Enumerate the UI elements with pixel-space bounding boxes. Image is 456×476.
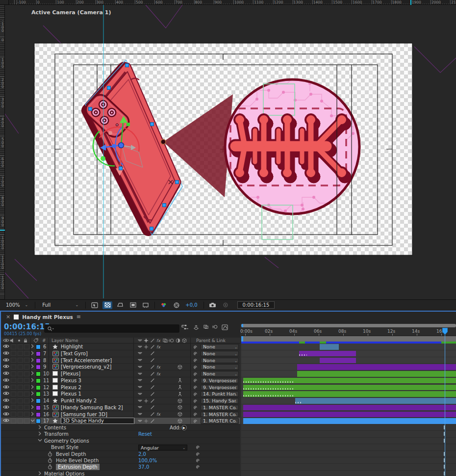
layer-duration-bar[interactable] [243,418,456,424]
label-color-swatch[interactable] [36,385,41,390]
property-row[interactable]: Bevel StyleAngular⌄ [1,444,240,450]
3d-layer-switch[interactable] [177,405,182,411]
pickwhip-icon[interactable] [193,412,198,418]
quality-switch[interactable] [150,378,155,384]
property-row[interactable]: Bevel Depth2,0 [1,451,240,457]
layer-row[interactable]: 173D Shape Handy1. MASTER Co⌄ [1,418,240,424]
fx-switch[interactable]: fx [156,365,162,370]
transparency-grid-button[interactable] [102,301,112,309]
quality-switch[interactable] [150,385,155,391]
quality-switch[interactable] [150,398,155,404]
pickwhip-icon[interactable] [195,458,201,464]
magnification-dropdown[interactable]: 100%⌄ [3,301,31,309]
shy-switch[interactable] [137,412,143,417]
layer-name[interactable]: Highlight [61,344,83,350]
pickwhip-icon[interactable] [193,371,198,378]
property-label[interactable]: Hole Bevel Depth [56,458,99,463]
layer-row[interactable]: 13Plexus 114. Punkt Han⌄ [1,391,240,397]
motion-blur-button[interactable] [212,324,218,330]
layer-name[interactable]: [Plexus] [61,371,80,377]
quality-switch[interactable] [150,371,155,377]
layer-row[interactable]: 15[Handy Samsung Back 2]1. MASTER Co⌄ [1,404,240,411]
expand-chevron-icon[interactable] [30,344,34,349]
pickwhip-icon[interactable] [193,351,198,357]
layer-duration-bar[interactable] [243,391,456,397]
quality-switch[interactable] [150,419,155,424]
mask-visibility-button[interactable] [115,301,125,309]
quality-switch[interactable] [150,405,155,411]
graph-editor-button[interactable] [222,324,228,330]
fx-switch[interactable]: fx [156,412,162,418]
parent-dropdown[interactable]: 9. Vergroesser⌄ [201,378,239,384]
layer-duration-bar[interactable] [320,344,339,350]
shy-switch[interactable] [137,351,143,356]
work-area-bar[interactable] [241,336,456,342]
parent-dropdown[interactable]: None⌄ [201,371,239,377]
channels-button[interactable] [159,301,169,309]
tab-title[interactable]: Handy mit Plexus [22,314,73,320]
property-chevron-icon[interactable] [38,438,42,443]
shy-switch[interactable] [137,392,143,397]
parent-dropdown[interactable]: 1. MASTER Co⌄ [201,412,239,418]
quality-switch[interactable] [150,351,155,357]
viewer-timecode[interactable]: 0:00:16:15 [237,301,275,309]
shy-switch[interactable] [137,371,143,377]
parent-dropdown[interactable]: 1. MASTER Co⌄ [201,405,239,411]
timeline-navigator-bar[interactable] [241,324,456,327]
tab-close-button[interactable]: × [6,314,10,320]
expand-chevron-icon[interactable] [30,358,34,363]
layer-name[interactable]: [Text Accelerometer] [61,358,112,364]
panel-menu-icon[interactable]: ≡ [76,314,81,320]
pickwhip-icon[interactable] [195,451,201,458]
3d-layer-switch[interactable] [177,378,182,384]
label-color-swatch[interactable] [36,398,41,403]
expand-chevron-icon[interactable] [30,385,34,390]
layer-row[interactable]: 10[Plexus]fxNone⌄ [1,370,240,377]
layer-duration-bar[interactable] [243,385,456,391]
label-color-swatch[interactable] [36,412,41,417]
shy-switch[interactable] [137,378,143,383]
shy-switch[interactable] [137,358,143,363]
layer-row[interactable]: 16[Samsung fuer 3D]fx1. MASTER Co⌄ [1,411,240,418]
fx-switch[interactable]: fx [156,371,162,377]
shy-switch[interactable] [137,405,143,410]
property-label[interactable]: Geometry Options [44,438,89,444]
3d-layer-switch[interactable] [177,385,182,391]
parent-dropdown[interactable]: None⌄ [201,351,239,357]
ruler-vertical[interactable]: -100010020030040050060070080090010001100… [0,5,5,299]
3d-layer-switch[interactable] [177,398,182,404]
exposure-button[interactable] [172,301,181,309]
label-color-swatch[interactable] [36,365,41,370]
layer-row[interactable]: 11Plexus 39. Vergroesser⌄ [1,377,240,384]
shy-switch[interactable] [137,365,143,370]
quality-switch[interactable] [150,365,155,370]
property-label[interactable]: Bevel Depth [56,451,86,457]
expand-chevron-icon[interactable] [30,371,34,376]
layer-duration-bar[interactable] [243,378,456,384]
layer-name[interactable]: [Vergroesserung_v2] [61,364,111,370]
layer-row[interactable]: 8[Text Accelerometer]None⌄ [1,357,240,364]
frame-blending-button[interactable] [203,324,208,330]
safe-margins-button[interactable] [128,301,138,309]
layer-row[interactable]: 12Plexus 29. Vergroesser⌄ [1,384,240,391]
expand-chevron-icon[interactable] [30,378,34,383]
property-value[interactable]: 100,0% [138,458,157,463]
expand-chevron-icon[interactable] [30,418,35,423]
property-row[interactable]: Geometry Options [1,438,240,444]
layer-name[interactable]: Punkt Handy 2 [61,398,97,404]
parent-dropdown[interactable]: 1. MASTER Co⌄ [201,418,239,424]
snapshot-button[interactable] [208,301,218,309]
reset-link[interactable]: Reset [138,431,152,437]
stopwatch-icon[interactable] [48,458,52,464]
parent-dropdown[interactable]: None⌄ [201,344,239,350]
layer-name[interactable]: [Handy Samsung Back 2] [61,405,123,411]
mini-flowchart-button[interactable] [181,324,189,330]
layer-duration-bar[interactable] [297,371,456,377]
quality-switch[interactable] [150,392,155,397]
property-row[interactable]: ContentsAdd:▶ [1,424,240,431]
property-label[interactable]: Material Options [44,471,84,476]
3d-layer-switch[interactable] [177,392,182,397]
layer-name[interactable]: 3D Shape Handy [61,418,134,424]
resolution-dropdown[interactable]: Full⌄ [39,301,81,309]
eye-icon[interactable] [3,378,9,383]
